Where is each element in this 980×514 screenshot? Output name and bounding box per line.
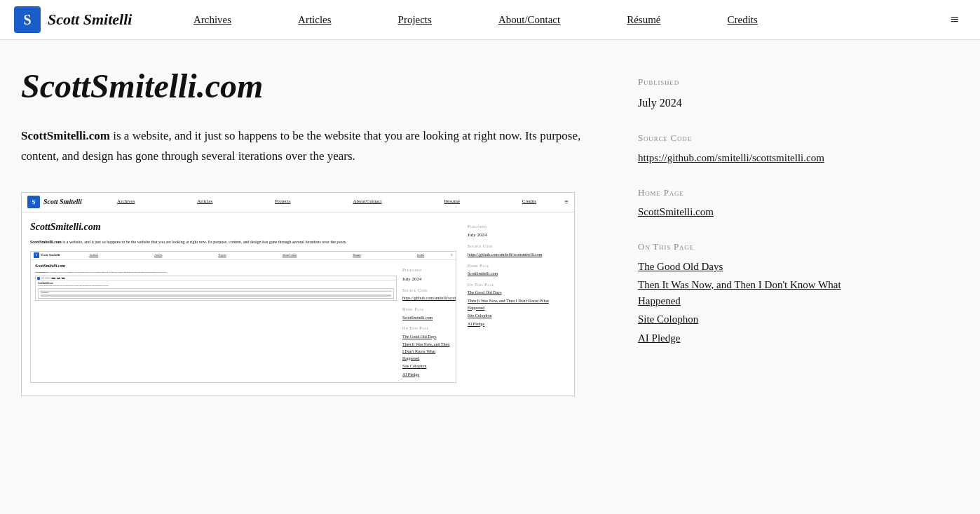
preview-intro-rest: is a website, and it just so happens to … (62, 240, 347, 244)
pn-home-label: Home Page (402, 306, 451, 313)
nav-logo-letter: S (23, 8, 31, 31)
pnn-deepnest: ScottSmitelli.com (38, 288, 394, 299)
preview-link-about: About/Contact (353, 198, 381, 205)
sidebar-source-label: Source Code (638, 131, 876, 146)
preview-toc-link-2: Then It Was Now, and Then I Don't Know W… (468, 298, 566, 311)
nav-link-archives[interactable]: Archives (186, 11, 238, 28)
pn-h1: ScottSmitelli.com (35, 263, 397, 270)
sidebar-toc-link-4[interactable]: AI Pledge (638, 330, 876, 346)
page-title: ScottSmitelli.com (21, 68, 596, 105)
main-content: ScottSmitelli.com ScottSmitelli.com is a… (21, 68, 596, 396)
sidebar-published-value: July 2024 (638, 94, 876, 112)
preview-h1: ScottSmitelli.com (30, 219, 456, 235)
nav-link-credits[interactable]: Credits (721, 11, 765, 28)
pn-intro: ScottSmitelli.com is a website, and it j… (35, 271, 397, 274)
preview-hamburger: ≡ (564, 196, 569, 208)
sidebar-home-section: Home Page ScottSmitelli.com (638, 186, 876, 220)
preview-published-label: Published (468, 224, 566, 231)
preview-toc-link-1: The Good Old Days (468, 290, 566, 297)
pn-toc-label: On This Page (402, 325, 451, 332)
nav-brand[interactable]: S Scott Smitelli (14, 6, 132, 33)
nav-brand-name: Scott Smitelli (48, 7, 132, 32)
pn-logo: S (34, 252, 39, 258)
pn-brand: Scott Smitelli (41, 252, 60, 258)
main-nav: S Scott Smitelli Archives Articles Proje… (0, 0, 980, 40)
preview-source-label: Source Code (468, 243, 566, 250)
sidebar-source-link[interactable]: https://github.com/smitelli/scottsmitell… (638, 150, 876, 166)
preview-left: ScottSmitelli.com ScottSmitelli.com is a… (30, 219, 456, 389)
preview-logo-letter: S (32, 197, 35, 207)
preview-link-credits: Credits (522, 198, 536, 205)
preview-intro-bold: ScottSmitelli.com (30, 240, 62, 244)
sidebar-toc-label: On This Page (638, 240, 876, 255)
nav-link-resume[interactable]: Résumé (620, 11, 667, 28)
pn-nav: S Scott Smitelli Archives Articles Proje… (31, 252, 456, 260)
sidebar-source-section: Source Code https://github.com/smitelli/… (638, 131, 876, 165)
preview-published-value: July 2024 (468, 231, 566, 239)
nav-logo: S (14, 6, 41, 33)
preview-home-link: ScottSmitelli.com (468, 271, 566, 278)
page-intro: ScottSmitelli.com is a website, and it j… (21, 126, 596, 167)
sidebar-toc-link-2[interactable]: Then It Was Now, and Then I Don't Know W… (638, 277, 876, 309)
preview-brand-name: Scott Smitelli (43, 196, 82, 208)
sidebar-home-label: Home Page (638, 186, 876, 201)
preview-nav: S Scott Smitelli Archives Articles Proje… (22, 193, 574, 212)
preview-home-label: Home Page (468, 263, 566, 270)
pnn-body: ScottSmitelli.com is a website, and it j… (36, 280, 396, 300)
pn-home-link: ScottSmitelli.com (402, 315, 451, 322)
pn-left: ScottSmitelli.com ScottSmitelli.com is a… (35, 263, 397, 379)
preview-toc: The Good Old Days Then It Was Now, and T… (468, 290, 566, 327)
nav-link-projects[interactable]: Projects (391, 11, 439, 28)
preview-toc-link-3: Site Colophon (468, 313, 566, 320)
page-wrapper: ScottSmitelli.com ScottSmitelli.com is a… (0, 40, 980, 438)
preview-body: ScottSmitelli.com ScottSmitelli.com is a… (22, 212, 574, 396)
sidebar: Published July 2024 Source Code https://… (638, 68, 876, 396)
nav-links: Archives Articles Projects About/Contact… (160, 11, 791, 28)
pn-source-link: https://github.com/smitelli/scottsmitell… (402, 295, 451, 302)
preview-link-projects: Projects (275, 198, 291, 205)
pn-published-value: July 2024 (402, 276, 451, 283)
sidebar-toc-section: On This Page The Good Old Days Then It W… (638, 240, 876, 346)
pn-nested-2: Scott Smitelli Archives Articles Project… (35, 276, 397, 301)
preview-link-articles: Articles (197, 198, 212, 205)
sidebar-toc-link-1[interactable]: The Good Old Days (638, 259, 876, 275)
hamburger-icon[interactable]: ≡ (944, 7, 966, 32)
preview-link-archives: Archives (117, 198, 135, 205)
pn-right: Published July 2024 Source Code https://… (402, 263, 451, 379)
nav-link-articles[interactable]: Articles (291, 11, 338, 28)
pn-toc: The Good Old Days Then It Was Now, and T… (402, 334, 451, 379)
pn-source-label: Source Code (402, 288, 451, 295)
preview-links: Archives Articles Projects About/Contact… (89, 198, 565, 205)
sidebar-home-link[interactable]: ScottSmitelli.com (638, 204, 876, 220)
pn-body: ScottSmitelli.com ScottSmitelli.com is a… (31, 260, 456, 382)
preview-source-link: https://github.com/smitelli/scottsmitell… (468, 252, 566, 259)
intro-bold: ScottSmitelli.com (21, 129, 110, 142)
sidebar-toc-link-3[interactable]: Site Colophon (638, 311, 876, 327)
nav-link-about[interactable]: About/Contact (491, 11, 567, 28)
preview-nested-1: S Scott Smitelli Archives Articles Proje… (30, 251, 456, 383)
site-preview: S Scott Smitelli Archives Articles Proje… (21, 192, 575, 397)
pn-links: Archives Articles Projects About/Contact… (62, 254, 451, 258)
pn-published-label: Published (402, 267, 451, 274)
preview-link-resume: Résumé (444, 198, 460, 205)
sidebar-published-label: Published (638, 75, 876, 90)
sidebar-published-section: Published July 2024 (638, 75, 876, 111)
preview-toc-label: On This Page (468, 282, 566, 289)
preview-logo: S (27, 196, 40, 208)
preview-intro-text: ScottSmitelli.com is a website, and it j… (30, 239, 456, 245)
preview-toc-link-4: AI Pledge (468, 321, 566, 328)
preview-right: Published July 2024 Source Code https://… (468, 219, 566, 389)
